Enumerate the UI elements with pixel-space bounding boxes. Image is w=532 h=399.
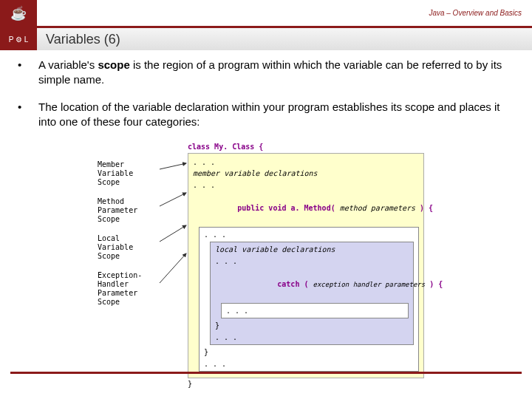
svg-line-0: [160, 163, 186, 169]
arrows: [158, 141, 188, 390]
local-scope-box: local variable declarations . . . catch …: [210, 242, 414, 345]
page-title: Variables (6): [37, 32, 120, 47]
member-scope-box: . . . member variable declarations . . .…: [188, 153, 424, 379]
scope-labels: Member Variable Scope Method Parameter S…: [98, 141, 158, 390]
label-exception: Exception-Handler Parameter Scope: [98, 271, 158, 307]
header: ☕ Java – Overview and Basics: [0, 0, 532, 28]
scope-diagram: Member Variable Scope Method Parameter S…: [98, 141, 514, 390]
cup-icon: ☕: [10, 5, 27, 21]
bullet-dot: •: [18, 58, 38, 88]
method-scope-box: . . . local variable declarations . . . …: [199, 227, 419, 372]
code-class: class My. Class {: [188, 141, 424, 153]
svg-line-3: [160, 253, 186, 283]
svg-line-2: [160, 225, 186, 242]
logo-bottom: P ⚙ L: [0, 28, 37, 50]
footer-line: [10, 372, 522, 374]
breadcrumb: Java – Overview and Basics: [37, 9, 532, 17]
title-row: P ⚙ L Variables (6): [0, 28, 532, 50]
code-area: class My. Class { . . . member variable …: [188, 141, 424, 390]
bullet-1: • A variable's scope is the region of a …: [18, 58, 514, 88]
label-method: Method Parameter Scope: [98, 197, 158, 224]
bullet-dot: •: [18, 100, 38, 130]
catch-scope-box: . . .: [221, 303, 409, 319]
content: • A variable's scope is the region of a …: [0, 50, 532, 390]
svg-line-1: [160, 193, 186, 206]
bullet-2: • The location of the variable declarati…: [18, 100, 514, 130]
logo-top: ☕: [0, 0, 37, 27]
label-member: Member Variable Scope: [98, 160, 158, 187]
label-local: Local Variable Scope: [98, 234, 158, 261]
